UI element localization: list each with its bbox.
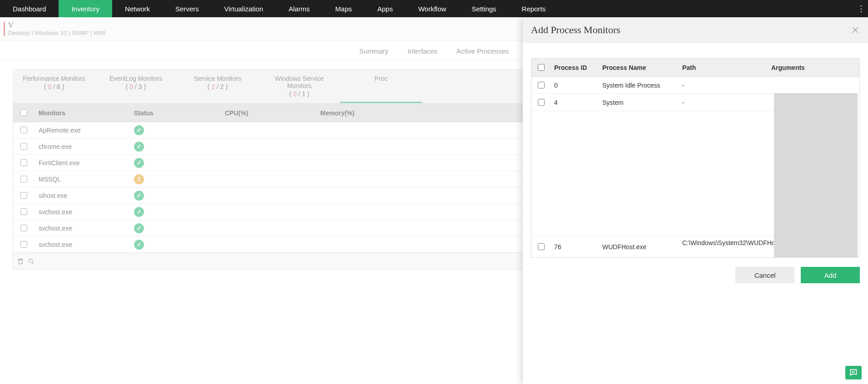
monitor-name: chrome.exe [34, 138, 129, 154]
col-process-name[interactable]: Process Name [599, 59, 679, 76]
row-checkbox[interactable] [20, 241, 27, 248]
status-ok-icon: ✓ [134, 125, 144, 135]
nav-network[interactable]: Network [112, 0, 163, 17]
process-path: C:\Windows\System32\WUDFHost.exe [679, 236, 768, 257]
nav-workflow[interactable]: Workflow [406, 0, 459, 17]
monitor-name: MSSQL [34, 171, 129, 187]
monitor-name: FortiClient.exe [34, 155, 129, 171]
search-icon[interactable] [28, 258, 35, 265]
status-ok-icon: ✓ [134, 223, 144, 233]
row-checkbox[interactable] [20, 192, 27, 199]
status-ok-icon: ✓ [134, 207, 144, 217]
row-checkbox[interactable] [20, 143, 27, 150]
col-memory[interactable]: Memory(%) [316, 104, 407, 122]
nav-virtualization[interactable]: Virtualization [212, 0, 276, 17]
monitor-name: svchost.exe [34, 220, 129, 236]
monitor-tab-1[interactable]: EventLog Monitors( 0 / 3 ) [95, 69, 177, 103]
add-process-monitors-modal: Add Process Monitors Process ID Process … [523, 17, 868, 384]
nav-dashboard[interactable]: Dashboard [0, 0, 59, 17]
process-id: 0 [551, 77, 599, 94]
process-table: Process ID Process Name Path Arguments 0… [531, 58, 860, 258]
monitor-name: svchost.exe [34, 204, 129, 220]
row-checkbox[interactable] [20, 208, 27, 215]
process-args [768, 77, 859, 94]
modal-title: Add Process Monitors [531, 24, 620, 36]
col-status[interactable]: Status [129, 104, 220, 122]
nav-apps[interactable]: Apps [365, 0, 406, 17]
monitor-name: svchost.exe [34, 236, 129, 252]
process-row-checkbox[interactable] [538, 243, 545, 250]
col-monitors[interactable]: Monitors [34, 104, 129, 122]
process-name: System [599, 94, 679, 111]
status-warning-icon: !! [134, 174, 144, 184]
process-row-checkbox[interactable] [538, 82, 545, 89]
monitor-tab-0[interactable]: Performance Monitors( 0 / 8 ) [13, 69, 95, 103]
monitor-tab-3[interactable]: Windows Service Monitors( 0 / 1 ) [258, 69, 340, 103]
monitor-name: ApRemote.exe [34, 122, 129, 138]
col-arguments[interactable]: Arguments [768, 59, 859, 76]
modal-header: Add Process Monitors [523, 17, 868, 43]
nav-settings[interactable]: Settings [459, 0, 509, 17]
process-row[interactable]: 0System Idle Process- [531, 77, 859, 94]
nav-alarms[interactable]: Alarms [276, 0, 322, 17]
subtab-summary[interactable]: Summary [357, 43, 391, 59]
process-name: System Idle Process [599, 77, 679, 94]
process-select-all-checkbox[interactable] [538, 64, 545, 71]
col-cpu[interactable]: CPU(%) [220, 104, 316, 122]
process-name: WUDFHost.exe [599, 236, 679, 257]
status-ok-icon: ✓ [134, 240, 144, 250]
row-checkbox[interactable] [20, 127, 27, 133]
nav-maps[interactable]: Maps [322, 0, 365, 17]
add-button[interactable]: Add [801, 267, 860, 283]
scrollbar-track[interactable] [774, 93, 858, 257]
kebab-menu-icon[interactable]: ⋮ [854, 0, 868, 17]
monitor-tab-4[interactable]: Proc [340, 69, 422, 103]
cancel-button[interactable]: Cancel [735, 267, 794, 283]
delete-icon[interactable] [17, 258, 24, 265]
close-icon[interactable] [851, 25, 860, 34]
row-checkbox[interactable] [20, 225, 27, 231]
top-nav: DashboardInventoryNetworkServersVirtuali… [0, 0, 868, 17]
monitor-name: sihost.exe [34, 187, 129, 203]
process-id: 76 [551, 236, 599, 257]
monitor-tab-2[interactable]: Service Monitors( 2 / 2 ) [177, 69, 258, 103]
row-checkbox[interactable] [20, 176, 27, 182]
col-path[interactable]: Path [679, 59, 768, 76]
status-ok-icon: ✓ [134, 142, 144, 152]
process-id: 4 [551, 94, 599, 111]
select-all-checkbox[interactable] [20, 109, 27, 116]
process-row-checkbox[interactable] [538, 99, 545, 106]
status-ok-icon: ✓ [134, 158, 144, 168]
svg-point-0 [29, 259, 33, 262]
nav-reports[interactable]: Reports [509, 0, 559, 17]
row-checkbox[interactable] [20, 159, 27, 166]
process-path: - [679, 94, 768, 111]
col-process-id[interactable]: Process ID [551, 59, 599, 76]
process-path: - [679, 77, 768, 94]
nav-inventory[interactable]: Inventory [59, 0, 112, 17]
modal-footer: Cancel Add [531, 258, 860, 294]
nav-servers[interactable]: Servers [163, 0, 212, 17]
subtab-interfaces[interactable]: Interfaces [405, 43, 440, 59]
subtab-active-processes[interactable]: Active Processes [454, 43, 511, 59]
status-ok-icon: ✓ [134, 191, 144, 201]
process-table-header: Process ID Process Name Path Arguments [531, 59, 859, 77]
chat-fab[interactable] [845, 366, 862, 379]
